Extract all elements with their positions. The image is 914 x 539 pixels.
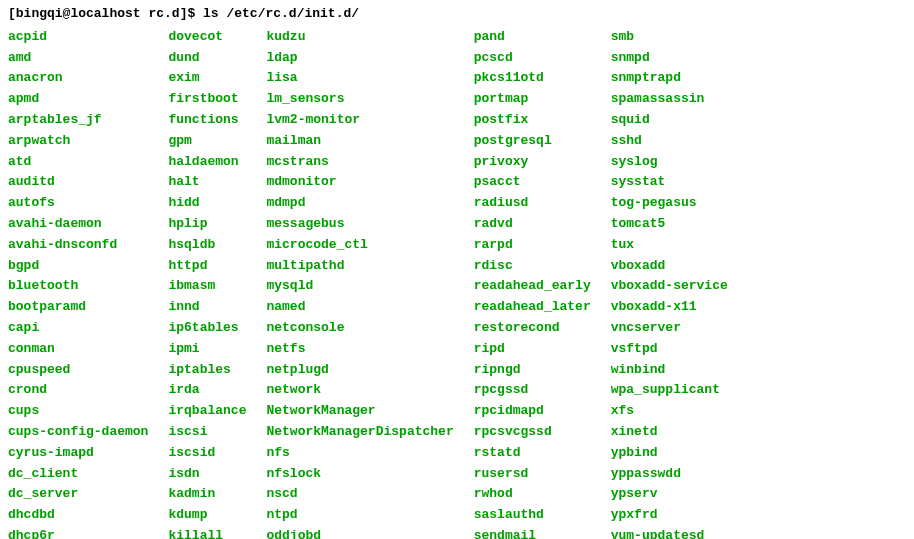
file-entry: mysqld <box>266 276 453 297</box>
file-entry: rpcgssd <box>474 380 591 401</box>
file-entry: kadmin <box>168 484 246 505</box>
file-entry: vsftpd <box>611 339 728 360</box>
file-entry: nfslock <box>266 464 453 485</box>
file-entry: rpcidmapd <box>474 401 591 422</box>
file-entry: iptables <box>168 360 246 381</box>
file-entry: ip6tables <box>168 318 246 339</box>
file-entry: firstboot <box>168 89 246 110</box>
file-entry: named <box>266 297 453 318</box>
file-entry: amd <box>8 48 148 69</box>
file-entry: bluetooth <box>8 276 148 297</box>
file-entry: ibmasm <box>168 276 246 297</box>
file-entry: apmd <box>8 89 148 110</box>
file-entry: anacron <box>8 68 148 89</box>
file-entry: privoxy <box>474 152 591 173</box>
file-entry: ntpd <box>266 505 453 526</box>
file-entry: exim <box>168 68 246 89</box>
file-entry: arpwatch <box>8 131 148 152</box>
file-entry: lisa <box>266 68 453 89</box>
file-entry: NetworkManager <box>266 401 453 422</box>
file-entry: irqbalance <box>168 401 246 422</box>
file-entry: ripd <box>474 339 591 360</box>
file-entry: lm_sensors <box>266 89 453 110</box>
listing-column-3: pandpcscdpkcs11otdportmappostfixpostgres… <box>474 27 611 539</box>
file-entry: lvm2-monitor <box>266 110 453 131</box>
file-entry: messagebus <box>266 214 453 235</box>
file-entry: ipmi <box>168 339 246 360</box>
file-entry: rpcsvcgssd <box>474 422 591 443</box>
file-entry: netplugd <box>266 360 453 381</box>
file-entry: rdisc <box>474 256 591 277</box>
file-entry: psacct <box>474 172 591 193</box>
listing-column-1: dovecotdundeximfirstbootfunctionsgpmhald… <box>168 27 266 539</box>
file-entry: ypxfrd <box>611 505 728 526</box>
file-entry: cpuspeed <box>8 360 148 381</box>
file-entry: ldap <box>266 48 453 69</box>
file-entry: dhcdbd <box>8 505 148 526</box>
file-entry: ypbind <box>611 443 728 464</box>
file-entry: avahi-daemon <box>8 214 148 235</box>
file-entry: cups-config-daemon <box>8 422 148 443</box>
file-entry: rarpd <box>474 235 591 256</box>
file-entry: yppasswdd <box>611 464 728 485</box>
file-entry: iscsid <box>168 443 246 464</box>
file-entry: rusersd <box>474 464 591 485</box>
file-entry: syslog <box>611 152 728 173</box>
file-entry: capi <box>8 318 148 339</box>
file-entry: netfs <box>266 339 453 360</box>
file-entry: cups <box>8 401 148 422</box>
file-entry: innd <box>168 297 246 318</box>
file-entry: rstatd <box>474 443 591 464</box>
file-entry: pand <box>474 27 591 48</box>
file-entry: dc_client <box>8 464 148 485</box>
listing-column-2: kudzuldaplisalm_sensorslvm2-monitormailm… <box>266 27 473 539</box>
file-entry: nfs <box>266 443 453 464</box>
file-entry: vboxadd <box>611 256 728 277</box>
file-entry: auditd <box>8 172 148 193</box>
file-entry: readahead_later <box>474 297 591 318</box>
file-entry: sshd <box>611 131 728 152</box>
file-entry: dhcp6r <box>8 526 148 539</box>
file-entry: bgpd <box>8 256 148 277</box>
file-entry: cyrus-imapd <box>8 443 148 464</box>
file-entry: yum-updatesd <box>611 526 728 539</box>
file-entry: portmap <box>474 89 591 110</box>
file-entry: crond <box>8 380 148 401</box>
file-entry: functions <box>168 110 246 131</box>
file-entry: hidd <box>168 193 246 214</box>
file-entry: mdmpd <box>266 193 453 214</box>
file-entry: vboxadd-service <box>611 276 728 297</box>
file-entry: iscsi <box>168 422 246 443</box>
file-entry: irda <box>168 380 246 401</box>
file-entry: mdmonitor <box>266 172 453 193</box>
file-entry: gpm <box>168 131 246 152</box>
file-entry: ypserv <box>611 484 728 505</box>
file-entry: saslauthd <box>474 505 591 526</box>
file-entry: sysstat <box>611 172 728 193</box>
file-entry: sendmail <box>474 526 591 539</box>
file-entry: restorecond <box>474 318 591 339</box>
file-entry: spamassassin <box>611 89 728 110</box>
file-entry: wpa_supplicant <box>611 380 728 401</box>
file-entry: multipathd <box>266 256 453 277</box>
file-entry: haldaemon <box>168 152 246 173</box>
file-entry: killall <box>168 526 246 539</box>
file-entry: hsqldb <box>168 235 246 256</box>
directory-listing: acpidamdanacronapmdarptables_jfarpwatcha… <box>8 27 906 539</box>
listing-column-4: smbsnmpdsnmptrapdspamassassinsquidsshdsy… <box>611 27 748 539</box>
file-entry: smb <box>611 27 728 48</box>
file-entry: bootparamd <box>8 297 148 318</box>
file-entry: vncserver <box>611 318 728 339</box>
file-entry: dovecot <box>168 27 246 48</box>
file-entry: vboxadd-x11 <box>611 297 728 318</box>
file-entry: radvd <box>474 214 591 235</box>
file-entry: microcode_ctl <box>266 235 453 256</box>
file-entry: network <box>266 380 453 401</box>
file-entry: halt <box>168 172 246 193</box>
file-entry: conman <box>8 339 148 360</box>
file-entry: avahi-dnsconfd <box>8 235 148 256</box>
file-entry: snmpd <box>611 48 728 69</box>
file-entry: tomcat5 <box>611 214 728 235</box>
shell-prompt: [bingqi@localhost rc.d]$ ls /etc/rc.d/in… <box>8 4 906 25</box>
file-entry: squid <box>611 110 728 131</box>
